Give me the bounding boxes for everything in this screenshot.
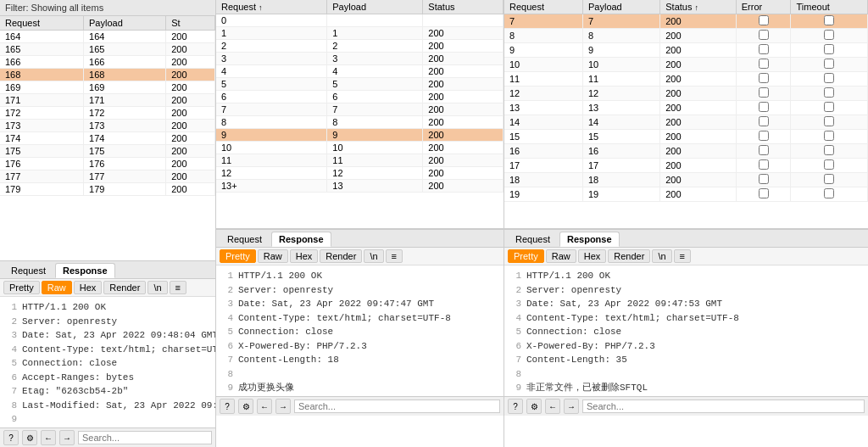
mid-tab-request[interactable]: Request — [220, 232, 270, 247]
right-col-error[interactable]: Error — [736, 0, 791, 14]
right-sub-raw[interactable]: Raw — [546, 249, 576, 263]
cell-timeout[interactable] — [791, 115, 868, 130]
table-row[interactable]: 3 3 200 — [216, 53, 504, 65]
cell-timeout[interactable] — [791, 101, 868, 115]
right-sub-menu[interactable]: ≡ — [674, 249, 691, 263]
right-col-timeout[interactable]: Timeout — [791, 0, 868, 14]
right-back-icon[interactable]: ← — [545, 399, 560, 414]
table-row[interactable]: 13 13 200 — [504, 101, 868, 115]
table-row[interactable]: 5 5 200 — [216, 78, 504, 91]
table-row[interactable]: 13+ 13 200 — [216, 180, 504, 193]
table-row[interactable]: 9 9 200 — [504, 43, 868, 58]
left-col-request[interactable]: Request — [0, 16, 84, 31]
cell-error[interactable] — [736, 144, 791, 159]
left-sub-raw[interactable]: Raw — [42, 281, 72, 294]
cell-timeout[interactable] — [791, 187, 868, 202]
right-tab-request[interactable]: Request — [508, 232, 558, 247]
mid-sub-pretty[interactable]: Pretty — [220, 249, 256, 263]
table-row[interactable]: 0 — [216, 14, 504, 27]
cell-error[interactable] — [736, 43, 791, 58]
mid-help-icon[interactable]: ? — [220, 399, 235, 414]
table-row[interactable]: 164 164 200 — [0, 31, 215, 43]
table-row[interactable]: 10 10 200 — [504, 58, 868, 72]
mid-col-payload[interactable]: Payload — [327, 0, 423, 14]
table-row[interactable]: 175 175 200 — [0, 145, 215, 158]
mid-col-request[interactable]: Request ↑ — [216, 0, 327, 14]
cell-error[interactable] — [736, 87, 791, 101]
table-row[interactable]: 15 15 200 — [504, 130, 868, 144]
right-col-status[interactable]: Status ↑ — [660, 0, 736, 14]
table-row[interactable]: 171 171 200 — [0, 94, 215, 107]
table-row[interactable]: 10 10 200 — [216, 142, 504, 154]
table-row[interactable]: 169 169 200 — [0, 81, 215, 94]
table-row[interactable]: 19 19 200 — [504, 187, 868, 202]
table-row[interactable]: 176 176 200 — [0, 158, 215, 170]
table-row[interactable]: 7 7 200 — [504, 14, 868, 29]
cell-error[interactable] — [736, 173, 791, 187]
cell-error[interactable] — [736, 58, 791, 72]
table-row[interactable]: 16 16 200 — [504, 144, 868, 159]
right-col-request[interactable]: Request — [504, 0, 582, 14]
right-help-icon[interactable]: ? — [508, 399, 523, 414]
mid-sub-raw[interactable]: Raw — [258, 249, 288, 263]
table-row[interactable]: 8 8 200 — [216, 116, 504, 129]
right-sub-render[interactable]: Render — [608, 249, 650, 263]
cell-error[interactable] — [736, 29, 791, 43]
cell-timeout[interactable] — [791, 43, 868, 58]
left-sub-menu[interactable]: ≡ — [170, 281, 186, 294]
table-row[interactable]: 18 18 200 — [504, 173, 868, 187]
left-sub-render[interactable]: Render — [103, 281, 146, 294]
left-settings-icon[interactable]: ⚙ — [22, 430, 37, 445]
table-row[interactable]: 12 12 200 — [504, 87, 868, 101]
left-col-status[interactable]: St — [166, 16, 215, 31]
table-row[interactable]: 173 173 200 — [0, 120, 215, 132]
cell-timeout[interactable] — [791, 14, 868, 29]
table-row[interactable]: 1 1 200 — [216, 27, 504, 40]
cell-timeout[interactable] — [791, 144, 868, 159]
table-row[interactable]: 11 11 200 — [504, 72, 868, 87]
right-settings-icon[interactable]: ⚙ — [526, 399, 542, 414]
mid-sub-menu[interactable]: ≡ — [386, 249, 403, 263]
cell-timeout[interactable] — [791, 58, 868, 72]
left-sub-pretty[interactable]: Pretty — [3, 281, 40, 294]
table-row[interactable]: 8 8 200 — [504, 29, 868, 43]
cell-timeout[interactable] — [791, 130, 868, 144]
mid-search-input[interactable] — [294, 400, 500, 413]
left-help-icon[interactable]: ? — [3, 430, 19, 445]
mid-sub-newline[interactable]: \n — [364, 249, 383, 263]
table-row[interactable]: 179 179 200 — [0, 183, 215, 196]
mid-sub-hex[interactable]: Hex — [290, 249, 319, 263]
table-row[interactable]: 2 2 200 — [216, 40, 504, 53]
table-row[interactable]: 168 168 200 — [0, 69, 215, 81]
cell-error[interactable] — [736, 187, 791, 202]
cell-error[interactable] — [736, 159, 791, 173]
mid-settings-icon[interactable]: ⚙ — [238, 399, 253, 414]
cell-error[interactable] — [736, 101, 791, 115]
left-sub-hex[interactable]: Hex — [74, 281, 103, 294]
cell-timeout[interactable] — [791, 173, 868, 187]
cell-error[interactable] — [736, 130, 791, 144]
table-row[interactable]: 174 174 200 — [0, 132, 215, 145]
left-sub-newline[interactable]: \n — [147, 281, 167, 294]
mid-forward-icon[interactable]: → — [275, 399, 291, 414]
left-back-icon[interactable]: ← — [41, 430, 56, 445]
cell-timeout[interactable] — [791, 159, 868, 173]
cell-timeout[interactable] — [791, 29, 868, 43]
table-row[interactable]: 7 7 200 — [216, 103, 504, 116]
right-forward-icon[interactable]: → — [564, 399, 579, 414]
cell-timeout[interactable] — [791, 72, 868, 87]
left-tab-request[interactable]: Request — [3, 263, 53, 278]
table-row[interactable]: 11 11 200 — [216, 154, 504, 167]
table-row[interactable]: 14 14 200 — [504, 115, 868, 130]
table-row[interactable]: 9 9 200 — [216, 129, 504, 142]
right-sub-pretty[interactable]: Pretty — [508, 249, 544, 263]
cell-error[interactable] — [736, 72, 791, 87]
table-row[interactable]: 12 12 200 — [216, 167, 504, 180]
table-row[interactable]: 172 172 200 — [0, 107, 215, 120]
right-col-payload[interactable]: Payload — [582, 0, 659, 14]
left-forward-icon[interactable]: → — [59, 430, 75, 445]
table-row[interactable]: 17 17 200 — [504, 159, 868, 173]
right-sub-newline[interactable]: \n — [652, 249, 671, 263]
table-row[interactable]: 6 6 200 — [216, 91, 504, 103]
mid-back-icon[interactable]: ← — [257, 399, 272, 414]
